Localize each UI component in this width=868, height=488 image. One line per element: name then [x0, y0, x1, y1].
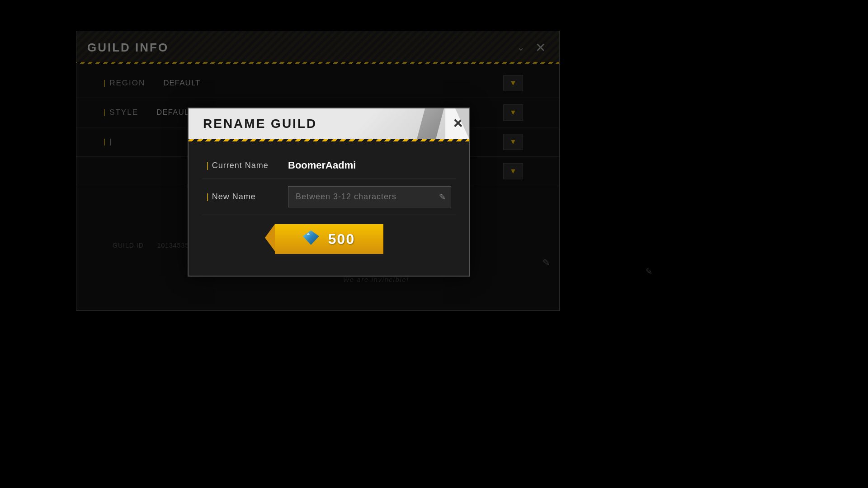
diamond-shape — [303, 230, 319, 245]
current-name-label: Current Name — [207, 161, 279, 170]
cost-button-wrapper: 500 — [202, 215, 456, 265]
new-name-input[interactable] — [288, 186, 451, 207]
new-name-row: New Name ✎ — [202, 179, 456, 215]
header-diagonal-decor — [417, 108, 444, 139]
rename-guild-modal: RENAME GUILD ✕ Current Name BoomerAadmi … — [188, 108, 470, 277]
close-x-icon: ✕ — [453, 117, 463, 130]
new-name-label: New Name — [207, 192, 279, 202]
cost-amount: 500 — [328, 231, 355, 248]
rename-modal-header: RENAME GUILD ✕ — [189, 108, 469, 139]
input-edit-icon: ✎ — [439, 192, 446, 202]
new-name-input-wrapper: ✎ — [288, 186, 451, 207]
header-stripe-border — [189, 139, 469, 141]
current-name-value: BoomerAadmi — [288, 160, 356, 171]
diamond-shine — [307, 233, 310, 235]
rename-modal-body: Current Name BoomerAadmi New Name ✎ 500 — [189, 141, 469, 276]
current-name-row: Current Name BoomerAadmi — [202, 152, 456, 179]
confirm-rename-button[interactable]: 500 — [275, 224, 383, 254]
rename-modal-title: RENAME GUILD — [203, 117, 317, 131]
diamond-icon — [303, 230, 322, 248]
rename-close-button[interactable]: ✕ — [445, 108, 470, 139]
rename-modal-header-wrapper: RENAME GUILD ✕ — [189, 108, 469, 141]
